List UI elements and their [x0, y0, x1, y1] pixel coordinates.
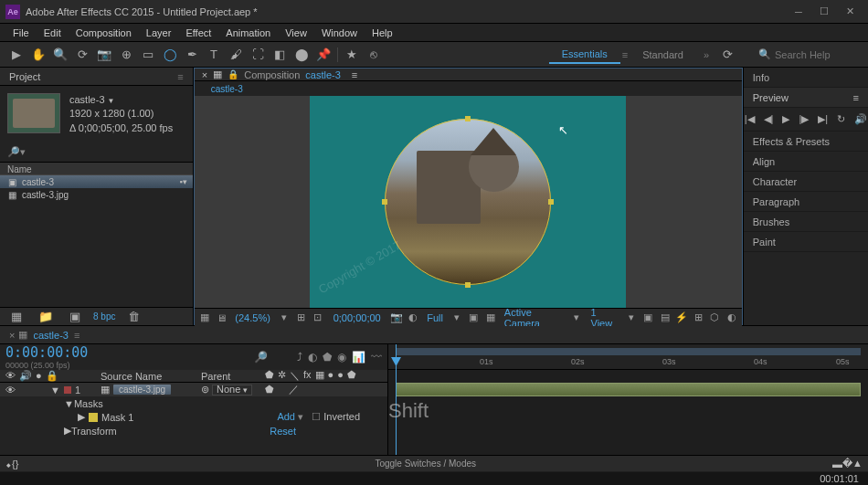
asset-row-image[interactable]: ▦ castle-3.jpg: [0, 188, 193, 201]
view-opt-icon[interactable]: ▣: [641, 311, 654, 323]
fx-icon[interactable]: ⬟: [323, 351, 332, 364]
ellipse-tool-icon[interactable]: ◯: [161, 46, 179, 64]
twirl-icon[interactable]: ▶: [64, 425, 71, 437]
panel-info[interactable]: Info: [744, 68, 868, 88]
graph-icon[interactable]: 📊: [352, 351, 365, 364]
panel-align[interactable]: Align: [744, 152, 868, 172]
mask-mode-dropdown[interactable]: Add: [277, 411, 295, 422]
menu-layer[interactable]: Layer: [139, 26, 179, 40]
rotobrush-tool-icon[interactable]: ⬤: [292, 46, 311, 64]
menu-edit[interactable]: Edit: [37, 26, 69, 40]
menu-file[interactable]: File: [5, 26, 37, 40]
panel-preview[interactable]: Preview≡: [744, 88, 868, 108]
brush-tool-icon[interactable]: 🖌: [227, 46, 245, 64]
snapshot-icon[interactable]: 📷: [390, 311, 403, 323]
zoom-out-icon[interactable]: ▬: [832, 459, 842, 469]
viewport[interactable]: ↖ Copyright © 2017: [195, 96, 742, 308]
star-icon[interactable]: ★: [343, 46, 361, 64]
reset-button[interactable]: Reset: [270, 426, 296, 437]
twirl-icon[interactable]: ▼: [50, 385, 60, 395]
search-icon[interactable]: 🔎: [254, 351, 268, 364]
mask-name[interactable]: Mask 1: [101, 412, 133, 423]
panel-character[interactable]: Character: [744, 172, 868, 192]
asset-type-icon[interactable]: ▪▾: [180, 177, 187, 186]
maximize-button[interactable]: ☐: [811, 3, 837, 21]
mute-icon[interactable]: 🔊: [854, 113, 867, 125]
menu-animation[interactable]: Animation: [218, 26, 278, 40]
wiggle-icon[interactable]: 〰: [371, 351, 382, 364]
close-button[interactable]: ✕: [837, 3, 863, 21]
menu-view[interactable]: View: [278, 26, 314, 40]
asset-thumbnail[interactable]: [7, 93, 60, 133]
asset-row-comp[interactable]: ▣ castle-3 ▪▾: [0, 175, 193, 188]
timeline-tab[interactable]: castle-3: [33, 330, 69, 341]
dropdown-icon[interactable]: ▾: [278, 311, 291, 323]
camera-tool-icon[interactable]: 📷: [95, 46, 113, 64]
fast-preview-icon[interactable]: ⚡: [675, 311, 688, 323]
roi-icon[interactable]: ▣: [467, 311, 480, 323]
zoom-value[interactable]: (24.5%): [231, 312, 274, 323]
flowchart-icon[interactable]: ⬡: [708, 311, 721, 323]
workspace-essentials[interactable]: Essentials: [549, 46, 620, 64]
type-tool-icon[interactable]: T: [205, 46, 223, 64]
panel-menu-icon[interactable]: ≡: [177, 71, 183, 82]
interpret-icon[interactable]: ▦: [7, 308, 26, 326]
comp-time[interactable]: 0;00;00;00: [328, 312, 386, 323]
eraser-tool-icon[interactable]: ◧: [270, 46, 289, 64]
stamp-tool-icon[interactable]: ⛶: [249, 46, 267, 64]
folder-icon[interactable]: 📁: [37, 308, 55, 326]
resolution[interactable]: Full: [423, 312, 447, 323]
comp-subtab-name[interactable]: castle-3: [207, 82, 247, 97]
views-label[interactable]: 1 View: [587, 307, 621, 329]
play-icon[interactable]: ▶: [782, 113, 789, 125]
panel-paragraph[interactable]: Paragraph: [744, 192, 868, 212]
hand-tool-icon[interactable]: ✋: [29, 46, 48, 64]
kf-nav-icon[interactable]: ⬥: [5, 459, 12, 469]
anchor-tool-icon[interactable]: ⊕: [117, 46, 135, 64]
link-icon[interactable]: ⎋: [365, 46, 383, 64]
timeline-layer[interactable]: 👁▼1 ▦castle-3.jpg ⊚ None ▾ ⬟／: [0, 383, 387, 396]
mb-icon[interactable]: ◉: [337, 351, 346, 364]
first-frame-icon[interactable]: |◀: [745, 113, 755, 125]
next-frame-icon[interactable]: |▶: [799, 113, 809, 125]
mask-color-icon[interactable]: [89, 413, 98, 422]
rect-tool-icon[interactable]: ▭: [139, 46, 157, 64]
workspace-standard[interactable]: Standard: [630, 47, 696, 63]
zoom-slider[interactable]: �▲: [842, 458, 863, 469]
twirl-icon[interactable]: ▼: [64, 398, 74, 409]
parent-dropdown[interactable]: None ▾: [212, 385, 252, 395]
search-input[interactable]: [771, 47, 863, 62]
menu-composition[interactable]: Composition: [69, 26, 139, 40]
exposure-icon[interactable]: ◐: [725, 311, 737, 323]
timecode[interactable]: 0:00:00:00: [5, 344, 88, 361]
pen-tool-icon[interactable]: ✒: [183, 46, 201, 64]
shy-icon[interactable]: ⤴: [297, 351, 302, 364]
grid-icon[interactable]: ▦: [198, 311, 211, 323]
timeline-track-area[interactable]: 01s 02s 03s 04s 05s Shift: [388, 344, 868, 455]
color-label[interactable]: [64, 386, 71, 394]
panel-effects[interactable]: Effects & Presets: [744, 132, 868, 152]
transform-group[interactable]: ▶ Transform Reset: [0, 424, 387, 438]
layer-bar[interactable]: [396, 383, 861, 396]
brackets-icon[interactable]: {}: [12, 459, 18, 469]
channel-icon[interactable]: ◐: [407, 311, 419, 323]
menu-window[interactable]: Window: [314, 26, 365, 40]
close-tab-icon[interactable]: ×: [202, 69, 207, 80]
prev-frame-icon[interactable]: ◀|: [764, 113, 774, 125]
trash-icon[interactable]: 🗑: [124, 308, 143, 326]
bpc-label[interactable]: 8 bpc: [93, 311, 115, 322]
ruler-icon[interactable]: ⊞: [294, 311, 307, 323]
pickwhip-parent-icon[interactable]: ⊚: [201, 384, 209, 395]
dropdown-icon[interactable]: ▼: [108, 97, 115, 105]
new-comp-icon[interactable]: ▣: [66, 308, 84, 326]
visibility-icon[interactable]: 👁: [5, 385, 16, 395]
project-search[interactable]: 🔎▾: [0, 142, 193, 162]
work-area[interactable]: [396, 348, 861, 355]
layer-name[interactable]: castle-3.jpg: [113, 385, 171, 395]
list-icon[interactable]: ▦: [213, 69, 222, 80]
blur-icon[interactable]: ◐: [308, 351, 317, 364]
camera-label[interactable]: Active Camera: [501, 307, 566, 329]
transparency-icon[interactable]: ▦: [484, 311, 497, 323]
pixel-aspect-icon[interactable]: ▤: [658, 311, 671, 323]
sync-icon[interactable]: ⟳: [718, 46, 736, 64]
